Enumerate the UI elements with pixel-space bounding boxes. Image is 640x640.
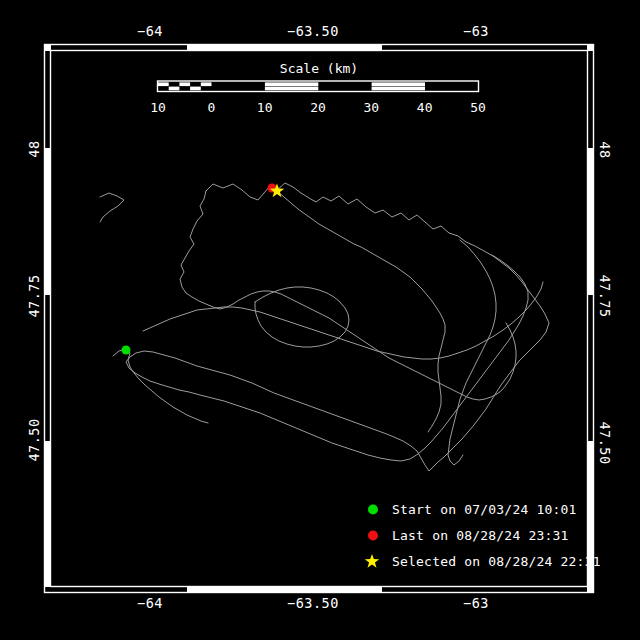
scale-cell	[265, 82, 318, 86]
track-segment	[143, 282, 543, 359]
zebra-corner-br	[587, 587, 594, 594]
track-segment	[100, 193, 124, 222]
scale-tick-label: 10	[257, 100, 273, 115]
track-segment	[448, 240, 496, 465]
left-axis-label: 47.50	[26, 418, 42, 461]
right-axis-label: 47.50	[597, 421, 613, 464]
bottom-axis-label: −63	[463, 595, 489, 611]
legend-start-dot	[368, 505, 378, 515]
scale-cell	[201, 82, 212, 86]
scale-tick-label: 10	[150, 100, 166, 115]
zebra-top	[187, 45, 382, 52]
scale-tick-label: 40	[417, 100, 433, 115]
track-segment	[126, 183, 549, 471]
legend: Start on 07/03/24 10:01 Last on 08/28/24…	[365, 502, 601, 569]
zebra-corner-tl	[45, 45, 52, 52]
scale-tick-label: 20	[310, 100, 326, 115]
zebra-bottom	[187, 587, 382, 594]
scale-tick-label: 30	[363, 100, 379, 115]
track-map-canvas: −64 −63.50 −63 −64 −63.50 −63 48 47.75 4…	[0, 0, 640, 640]
scale-cell	[190, 87, 201, 91]
zebra-left-1	[45, 148, 52, 295]
bottom-axis-label: −64	[137, 595, 163, 611]
top-axis-label: −63	[463, 23, 489, 39]
scale-cell	[372, 87, 425, 91]
map-markers	[122, 183, 285, 354]
legend-selected-star	[365, 554, 379, 568]
scale-tick-label: 50	[470, 100, 486, 115]
bottom-axis-label: −63.50	[287, 595, 339, 611]
right-axis-label: 47.75	[597, 274, 613, 317]
legend-last-label: Last on 08/28/24 23:31	[392, 528, 569, 543]
scale-cell	[265, 87, 318, 91]
scale-cell	[372, 82, 425, 86]
scale-bar: Scale (km) 10 0 10 20 30 40 50	[150, 61, 486, 115]
zebra-left-2	[45, 441, 52, 587]
legend-start-label: Start on 07/03/24 10:01	[392, 502, 577, 517]
scale-cell	[158, 82, 169, 86]
zebra-right-1	[587, 148, 594, 295]
track-lines	[100, 183, 549, 471]
track-segment	[180, 191, 516, 400]
legend-selected-label: Selected on 08/28/24 22:31	[392, 554, 601, 569]
track-segment	[277, 191, 445, 432]
track-segment	[255, 287, 349, 347]
zebra-corner-tr	[587, 45, 594, 52]
top-axis-label: −63.50	[287, 23, 339, 39]
scale-bar-title: Scale (km)	[280, 61, 358, 76]
right-axis-label: 48	[597, 141, 613, 158]
legend-last-dot	[368, 531, 378, 541]
map-plot-window: −64 −63.50 −63 −64 −63.50 −63 48 47.75 4…	[0, 0, 640, 640]
left-axis-label: 47.75	[26, 274, 42, 317]
start-marker-dot	[122, 346, 131, 355]
scale-cell	[169, 87, 180, 91]
top-axis-label: −64	[137, 23, 163, 39]
scale-tick-label: 0	[207, 100, 215, 115]
scale-cell	[179, 82, 190, 86]
left-axis-label: 48	[26, 140, 42, 157]
